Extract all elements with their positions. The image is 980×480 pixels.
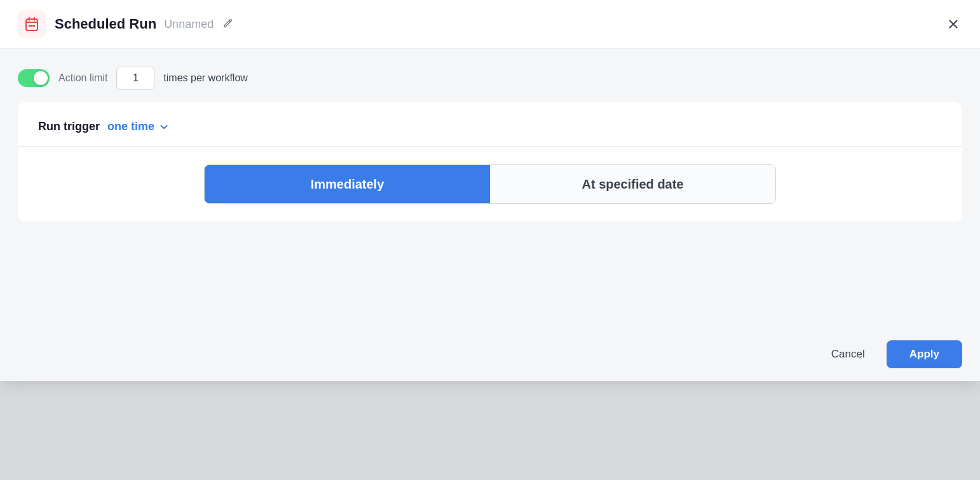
run-trigger-card: Run trigger one time Immediately At spec… [18, 102, 962, 222]
svg-rect-3 [33, 25, 35, 27]
timing-toggle-group: Immediately At specified date [204, 164, 776, 204]
modal-body: Action limit times per workflow Run trig… [0, 49, 980, 328]
apply-button[interactable]: Apply [887, 340, 962, 368]
svg-rect-2 [31, 25, 33, 27]
at-specified-date-button[interactable]: At specified date [490, 165, 775, 203]
edit-name-button[interactable] [219, 16, 235, 32]
times-per-workflow-label: times per workflow [163, 72, 247, 84]
cancel-button[interactable]: Cancel [819, 342, 878, 367]
run-trigger-row: Run trigger one time [38, 120, 942, 133]
run-trigger-label: Run trigger [38, 120, 100, 133]
modal-subtitle: Unnamed [164, 18, 214, 31]
action-limit-toggle[interactable] [18, 69, 50, 87]
action-limit-label: Action limit [58, 72, 107, 84]
modal-header: Scheduled Run Unnamed [0, 0, 980, 49]
divider [18, 146, 962, 147]
modal-overlay: Scheduled Run Unnamed [0, 0, 980, 480]
run-trigger-value: one time [107, 120, 154, 133]
modal-title: Scheduled Run [55, 16, 156, 32]
calendar-icon [18, 10, 46, 38]
action-limit-row: Action limit times per workflow [18, 67, 962, 90]
modal-footer: Cancel Apply [0, 328, 980, 381]
svg-rect-1 [29, 25, 31, 27]
immediately-button[interactable]: Immediately [205, 165, 490, 203]
action-limit-input[interactable] [116, 67, 154, 90]
modal-dialog: Scheduled Run Unnamed [0, 0, 980, 381]
run-trigger-dropdown[interactable]: one time [107, 120, 170, 133]
close-button[interactable] [942, 13, 965, 36]
